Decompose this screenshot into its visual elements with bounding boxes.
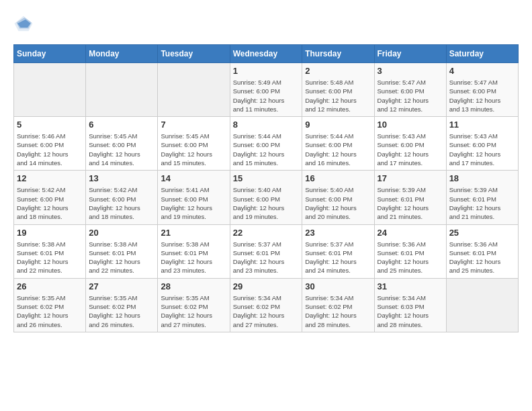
day-info: Sunrise: 5:35 AM Sunset: 6:02 PM Dayligh… xyxy=(17,293,83,329)
day-number: 31 xyxy=(378,281,443,291)
day-info: Sunrise: 5:38 AM Sunset: 6:01 PM Dayligh… xyxy=(17,240,83,275)
day-number: 1 xyxy=(233,66,300,76)
calendar-cell: 19Sunrise: 5:38 AM Sunset: 6:01 PM Dayli… xyxy=(14,224,86,278)
day-number: 7 xyxy=(161,120,226,130)
day-info: Sunrise: 5:39 AM Sunset: 6:01 PM Dayligh… xyxy=(449,185,515,221)
calendar-header: SundayMondayTuesdayWednesdayThursdayFrid… xyxy=(14,45,519,63)
calendar-cell xyxy=(446,278,518,332)
day-info: Sunrise: 5:43 AM Sunset: 6:00 PM Dayligh… xyxy=(378,132,443,167)
calendar-cell xyxy=(14,63,86,117)
day-number: 21 xyxy=(161,228,226,238)
calendar-cell: 21Sunrise: 5:38 AM Sunset: 6:01 PM Dayli… xyxy=(158,224,230,278)
calendar-cell: 9Sunrise: 5:44 AM Sunset: 6:00 PM Daylig… xyxy=(302,117,374,171)
weekday-header: Friday xyxy=(374,45,446,63)
day-info: Sunrise: 5:34 AM Sunset: 6:03 PM Dayligh… xyxy=(378,293,443,329)
weekday-header: Saturday xyxy=(446,45,518,63)
calendar-cell: 24Sunrise: 5:36 AM Sunset: 6:01 PM Dayli… xyxy=(374,224,446,278)
calendar-cell: 26Sunrise: 5:35 AM Sunset: 6:02 PM Dayli… xyxy=(14,278,86,332)
calendar-week-row: 12Sunrise: 5:42 AM Sunset: 6:00 PM Dayli… xyxy=(14,171,519,224)
day-info: Sunrise: 5:39 AM Sunset: 6:01 PM Dayligh… xyxy=(378,185,443,221)
day-number: 3 xyxy=(378,66,443,76)
day-number: 16 xyxy=(305,173,371,183)
calendar-week-row: 19Sunrise: 5:38 AM Sunset: 6:01 PM Dayli… xyxy=(14,224,519,278)
calendar-cell: 1Sunrise: 5:49 AM Sunset: 6:00 PM Daylig… xyxy=(230,63,302,117)
weekday-header: Tuesday xyxy=(158,45,230,63)
day-info: Sunrise: 5:35 AM Sunset: 6:02 PM Dayligh… xyxy=(89,293,154,329)
day-info: Sunrise: 5:44 AM Sunset: 6:00 PM Dayligh… xyxy=(233,132,300,167)
day-info: Sunrise: 5:46 AM Sunset: 6:00 PM Dayligh… xyxy=(17,132,83,167)
day-number: 27 xyxy=(89,281,154,291)
day-number: 6 xyxy=(89,120,154,130)
calendar-cell: 28Sunrise: 5:35 AM Sunset: 6:02 PM Dayli… xyxy=(158,278,230,332)
weekday-row: SundayMondayTuesdayWednesdayThursdayFrid… xyxy=(14,45,519,63)
day-number: 14 xyxy=(161,173,226,183)
day-number: 20 xyxy=(89,228,154,238)
calendar-cell: 15Sunrise: 5:40 AM Sunset: 6:00 PM Dayli… xyxy=(230,171,302,224)
day-info: Sunrise: 5:35 AM Sunset: 6:02 PM Dayligh… xyxy=(161,293,226,329)
calendar-cell: 4Sunrise: 5:47 AM Sunset: 6:00 PM Daylig… xyxy=(446,63,518,117)
calendar-week-row: 1Sunrise: 5:49 AM Sunset: 6:00 PM Daylig… xyxy=(14,63,519,117)
calendar-cell: 13Sunrise: 5:42 AM Sunset: 6:00 PM Dayli… xyxy=(86,171,158,224)
calendar-cell xyxy=(86,63,158,117)
calendar-cell: 23Sunrise: 5:37 AM Sunset: 6:01 PM Dayli… xyxy=(302,224,374,278)
day-number: 11 xyxy=(449,120,515,130)
calendar-body: 1Sunrise: 5:49 AM Sunset: 6:00 PM Daylig… xyxy=(14,63,519,332)
calendar-cell: 12Sunrise: 5:42 AM Sunset: 6:00 PM Dayli… xyxy=(14,171,86,224)
day-info: Sunrise: 5:48 AM Sunset: 6:00 PM Dayligh… xyxy=(305,78,371,113)
calendar-cell: 29Sunrise: 5:34 AM Sunset: 6:02 PM Dayli… xyxy=(230,278,302,332)
day-number: 8 xyxy=(233,120,300,130)
calendar-cell: 18Sunrise: 5:39 AM Sunset: 6:01 PM Dayli… xyxy=(446,171,518,224)
day-info: Sunrise: 5:34 AM Sunset: 6:02 PM Dayligh… xyxy=(305,293,371,329)
day-number: 12 xyxy=(17,173,83,183)
day-number: 9 xyxy=(305,120,371,130)
calendar-cell xyxy=(158,63,230,117)
page-header xyxy=(13,13,519,34)
day-info: Sunrise: 5:36 AM Sunset: 6:01 PM Dayligh… xyxy=(378,240,443,275)
day-info: Sunrise: 5:40 AM Sunset: 6:00 PM Dayligh… xyxy=(233,185,300,221)
calendar-week-row: 5Sunrise: 5:46 AM Sunset: 6:00 PM Daylig… xyxy=(14,117,519,171)
calendar-cell: 31Sunrise: 5:34 AM Sunset: 6:03 PM Dayli… xyxy=(374,278,446,332)
day-number: 24 xyxy=(378,228,443,238)
weekday-header: Monday xyxy=(86,45,158,63)
calendar-cell: 25Sunrise: 5:36 AM Sunset: 6:01 PM Dayli… xyxy=(446,224,518,278)
day-info: Sunrise: 5:37 AM Sunset: 6:01 PM Dayligh… xyxy=(305,240,371,275)
day-info: Sunrise: 5:47 AM Sunset: 6:00 PM Dayligh… xyxy=(378,78,443,113)
day-info: Sunrise: 5:40 AM Sunset: 6:00 PM Dayligh… xyxy=(305,185,371,221)
day-info: Sunrise: 5:43 AM Sunset: 6:00 PM Dayligh… xyxy=(449,132,515,167)
logo xyxy=(13,13,36,34)
day-number: 4 xyxy=(449,66,515,76)
day-info: Sunrise: 5:42 AM Sunset: 6:00 PM Dayligh… xyxy=(89,185,154,221)
day-number: 29 xyxy=(233,281,300,291)
day-info: Sunrise: 5:38 AM Sunset: 6:01 PM Dayligh… xyxy=(161,240,226,275)
day-number: 10 xyxy=(378,120,443,130)
day-info: Sunrise: 5:34 AM Sunset: 6:02 PM Dayligh… xyxy=(233,293,300,329)
day-number: 15 xyxy=(233,173,300,183)
calendar-table: SundayMondayTuesdayWednesdayThursdayFrid… xyxy=(13,44,519,332)
weekday-header: Wednesday xyxy=(230,45,302,63)
day-info: Sunrise: 5:45 AM Sunset: 6:00 PM Dayligh… xyxy=(161,132,226,167)
calendar-cell: 27Sunrise: 5:35 AM Sunset: 6:02 PM Dayli… xyxy=(86,278,158,332)
calendar-cell: 30Sunrise: 5:34 AM Sunset: 6:02 PM Dayli… xyxy=(302,278,374,332)
day-info: Sunrise: 5:36 AM Sunset: 6:01 PM Dayligh… xyxy=(449,240,515,275)
calendar-cell: 11Sunrise: 5:43 AM Sunset: 6:00 PM Dayli… xyxy=(446,117,518,171)
day-number: 2 xyxy=(305,66,371,76)
day-info: Sunrise: 5:42 AM Sunset: 6:00 PM Dayligh… xyxy=(17,185,83,221)
calendar-cell: 16Sunrise: 5:40 AM Sunset: 6:00 PM Dayli… xyxy=(302,171,374,224)
calendar-cell: 17Sunrise: 5:39 AM Sunset: 6:01 PM Dayli… xyxy=(374,171,446,224)
calendar-cell: 22Sunrise: 5:37 AM Sunset: 6:01 PM Dayli… xyxy=(230,224,302,278)
day-info: Sunrise: 5:37 AM Sunset: 6:01 PM Dayligh… xyxy=(233,240,300,275)
weekday-header: Thursday xyxy=(302,45,374,63)
day-number: 13 xyxy=(89,173,154,183)
calendar-cell: 2Sunrise: 5:48 AM Sunset: 6:00 PM Daylig… xyxy=(302,63,374,117)
calendar-cell: 7Sunrise: 5:45 AM Sunset: 6:00 PM Daylig… xyxy=(158,117,230,171)
day-info: Sunrise: 5:41 AM Sunset: 6:00 PM Dayligh… xyxy=(161,185,226,221)
day-number: 5 xyxy=(17,120,83,130)
day-info: Sunrise: 5:44 AM Sunset: 6:00 PM Dayligh… xyxy=(305,132,371,167)
day-number: 18 xyxy=(449,173,515,183)
calendar-cell: 10Sunrise: 5:43 AM Sunset: 6:00 PM Dayli… xyxy=(374,117,446,171)
calendar-cell: 8Sunrise: 5:44 AM Sunset: 6:00 PM Daylig… xyxy=(230,117,302,171)
day-number: 30 xyxy=(305,281,371,291)
day-number: 26 xyxy=(17,281,83,291)
calendar-cell: 3Sunrise: 5:47 AM Sunset: 6:00 PM Daylig… xyxy=(374,63,446,117)
calendar-week-row: 26Sunrise: 5:35 AM Sunset: 6:02 PM Dayli… xyxy=(14,278,519,332)
